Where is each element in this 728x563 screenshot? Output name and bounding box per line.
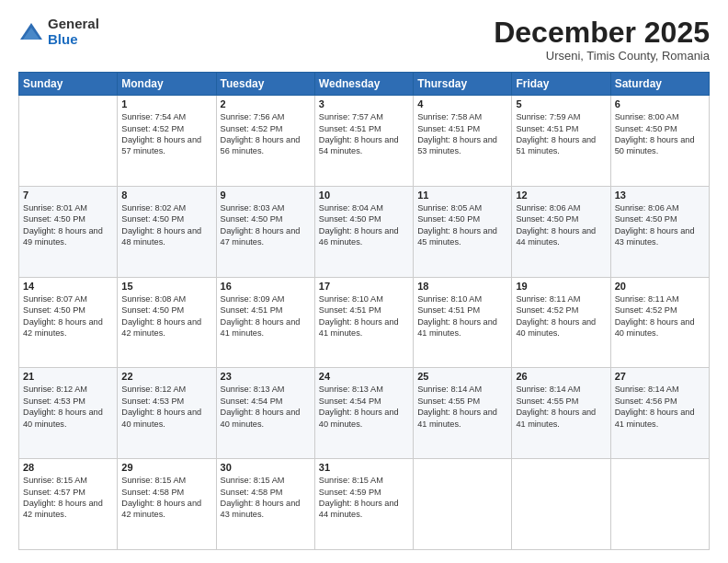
cell-info: Sunrise: 7:59 AMSunset: 4:51 PMDaylight:… xyxy=(516,111,606,157)
cell-info: Sunrise: 8:14 AMSunset: 4:55 PMDaylight:… xyxy=(516,384,606,430)
calendar-cell: 12Sunrise: 8:06 AMSunset: 4:50 PMDayligh… xyxy=(512,186,610,277)
location-subtitle: Urseni, Timis County, Romania xyxy=(494,49,710,63)
cell-info: Sunrise: 8:12 AMSunset: 4:53 PMDaylight:… xyxy=(121,384,211,430)
day-number: 6 xyxy=(615,98,705,109)
day-number: 29 xyxy=(121,462,211,473)
day-number: 10 xyxy=(319,190,409,201)
cell-info: Sunrise: 7:54 AMSunset: 4:52 PMDaylight:… xyxy=(121,111,211,157)
day-number: 30 xyxy=(221,462,311,473)
week-row-4: 21Sunrise: 8:12 AMSunset: 4:53 PMDayligh… xyxy=(19,368,710,459)
calendar-cell xyxy=(19,96,118,187)
logo: General Blue xyxy=(18,17,99,47)
calendar-cell: 30Sunrise: 8:15 AMSunset: 4:58 PMDayligh… xyxy=(216,459,314,550)
day-number: 8 xyxy=(121,190,211,201)
day-number: 31 xyxy=(319,462,409,473)
calendar-cell: 6Sunrise: 8:00 AMSunset: 4:50 PMDaylight… xyxy=(610,96,709,187)
calendar-cell: 29Sunrise: 8:15 AMSunset: 4:58 PMDayligh… xyxy=(118,459,216,550)
calendar-cell: 15Sunrise: 8:08 AMSunset: 4:50 PMDayligh… xyxy=(118,277,216,368)
day-number: 4 xyxy=(417,98,507,109)
weekday-header-row: SundayMondayTuesdayWednesdayThursdayFrid… xyxy=(19,73,710,96)
calendar-cell: 28Sunrise: 8:15 AMSunset: 4:57 PMDayligh… xyxy=(19,459,118,550)
calendar-cell: 7Sunrise: 8:01 AMSunset: 4:50 PMDaylight… xyxy=(19,186,118,277)
calendar-cell: 16Sunrise: 8:09 AMSunset: 4:51 PMDayligh… xyxy=(216,277,314,368)
week-row-1: 1Sunrise: 7:54 AMSunset: 4:52 PMDaylight… xyxy=(19,96,710,187)
calendar-cell xyxy=(414,459,512,550)
calendar-cell: 24Sunrise: 8:13 AMSunset: 4:54 PMDayligh… xyxy=(314,368,413,459)
weekday-header-friday: Friday xyxy=(512,73,610,96)
day-number: 25 xyxy=(417,371,507,382)
calendar-cell: 21Sunrise: 8:12 AMSunset: 4:53 PMDayligh… xyxy=(19,368,118,459)
calendar-cell: 23Sunrise: 8:13 AMSunset: 4:54 PMDayligh… xyxy=(216,368,314,459)
day-number: 23 xyxy=(221,371,311,382)
cell-info: Sunrise: 8:13 AMSunset: 4:54 PMDaylight:… xyxy=(221,384,311,430)
calendar-cell: 18Sunrise: 8:10 AMSunset: 4:51 PMDayligh… xyxy=(414,277,512,368)
cell-info: Sunrise: 7:57 AMSunset: 4:51 PMDaylight:… xyxy=(319,111,409,157)
calendar-cell: 8Sunrise: 8:02 AMSunset: 4:50 PMDaylight… xyxy=(118,186,216,277)
cell-info: Sunrise: 8:15 AMSunset: 4:58 PMDaylight:… xyxy=(121,475,211,521)
calendar-cell: 2Sunrise: 7:56 AMSunset: 4:52 PMDaylight… xyxy=(216,96,314,187)
weekday-header-wednesday: Wednesday xyxy=(314,73,413,96)
calendar-cell: 11Sunrise: 8:05 AMSunset: 4:50 PMDayligh… xyxy=(414,186,512,277)
calendar-cell xyxy=(610,459,709,550)
title-block: December 2025 Urseni, Timis County, Roma… xyxy=(494,17,710,63)
cell-info: Sunrise: 8:14 AMSunset: 4:55 PMDaylight:… xyxy=(417,384,507,430)
day-number: 14 xyxy=(23,281,113,292)
day-number: 24 xyxy=(319,371,409,382)
day-number: 3 xyxy=(319,98,409,109)
cell-info: Sunrise: 8:10 AMSunset: 4:51 PMDaylight:… xyxy=(319,293,409,339)
weekday-header-thursday: Thursday xyxy=(414,73,512,96)
calendar-cell: 31Sunrise: 8:15 AMSunset: 4:59 PMDayligh… xyxy=(314,459,413,550)
weekday-header-saturday: Saturday xyxy=(610,73,709,96)
cell-info: Sunrise: 8:10 AMSunset: 4:51 PMDaylight:… xyxy=(417,293,507,339)
day-number: 9 xyxy=(221,190,311,201)
calendar-cell: 20Sunrise: 8:11 AMSunset: 4:52 PMDayligh… xyxy=(610,277,709,368)
cell-info: Sunrise: 8:15 AMSunset: 4:59 PMDaylight:… xyxy=(319,475,409,521)
day-number: 21 xyxy=(23,371,113,382)
calendar-cell: 10Sunrise: 8:04 AMSunset: 4:50 PMDayligh… xyxy=(314,186,413,277)
day-number: 22 xyxy=(121,371,211,382)
logo-text: General Blue xyxy=(48,17,99,47)
calendar-cell: 3Sunrise: 7:57 AMSunset: 4:51 PMDaylight… xyxy=(314,96,413,187)
calendar-cell: 1Sunrise: 7:54 AMSunset: 4:52 PMDaylight… xyxy=(118,96,216,187)
cell-info: Sunrise: 8:06 AMSunset: 4:50 PMDaylight:… xyxy=(615,202,705,248)
week-row-2: 7Sunrise: 8:01 AMSunset: 4:50 PMDaylight… xyxy=(19,186,710,277)
cell-info: Sunrise: 8:15 AMSunset: 4:57 PMDaylight:… xyxy=(23,475,113,521)
cell-info: Sunrise: 8:01 AMSunset: 4:50 PMDaylight:… xyxy=(23,202,113,248)
day-number: 13 xyxy=(615,190,705,201)
weekday-header-tuesday: Tuesday xyxy=(216,73,314,96)
cell-info: Sunrise: 8:13 AMSunset: 4:54 PMDaylight:… xyxy=(319,384,409,430)
calendar-cell: 9Sunrise: 8:03 AMSunset: 4:50 PMDaylight… xyxy=(216,186,314,277)
day-number: 12 xyxy=(516,190,606,201)
cell-info: Sunrise: 8:08 AMSunset: 4:50 PMDaylight:… xyxy=(121,293,211,339)
calendar-cell: 17Sunrise: 8:10 AMSunset: 4:51 PMDayligh… xyxy=(314,277,413,368)
cell-info: Sunrise: 8:11 AMSunset: 4:52 PMDaylight:… xyxy=(516,293,606,339)
cell-info: Sunrise: 7:56 AMSunset: 4:52 PMDaylight:… xyxy=(221,111,311,157)
cell-info: Sunrise: 8:04 AMSunset: 4:50 PMDaylight:… xyxy=(319,202,409,248)
day-number: 18 xyxy=(417,281,507,292)
cell-info: Sunrise: 8:05 AMSunset: 4:50 PMDaylight:… xyxy=(417,202,507,248)
day-number: 19 xyxy=(516,281,606,292)
calendar-cell: 5Sunrise: 7:59 AMSunset: 4:51 PMDaylight… xyxy=(512,96,610,187)
cell-info: Sunrise: 8:06 AMSunset: 4:50 PMDaylight:… xyxy=(516,202,606,248)
calendar-cell: 25Sunrise: 8:14 AMSunset: 4:55 PMDayligh… xyxy=(414,368,512,459)
cell-info: Sunrise: 8:02 AMSunset: 4:50 PMDaylight:… xyxy=(121,202,211,248)
day-number: 20 xyxy=(615,281,705,292)
day-number: 7 xyxy=(23,190,113,201)
calendar-table: SundayMondayTuesdayWednesdayThursdayFrid… xyxy=(18,72,710,550)
page: General Blue December 2025 Urseni, Timis… xyxy=(0,0,728,563)
day-number: 15 xyxy=(121,281,211,292)
cell-info: Sunrise: 8:12 AMSunset: 4:53 PMDaylight:… xyxy=(23,384,113,430)
cell-info: Sunrise: 8:00 AMSunset: 4:50 PMDaylight:… xyxy=(615,111,705,157)
calendar-cell: 14Sunrise: 8:07 AMSunset: 4:50 PMDayligh… xyxy=(19,277,118,368)
header: General Blue December 2025 Urseni, Timis… xyxy=(18,17,710,63)
logo-blue: Blue xyxy=(48,32,99,48)
day-number: 27 xyxy=(615,371,705,382)
weekday-header-sunday: Sunday xyxy=(19,73,118,96)
cell-info: Sunrise: 8:14 AMSunset: 4:56 PMDaylight:… xyxy=(615,384,705,430)
day-number: 17 xyxy=(319,281,409,292)
day-number: 28 xyxy=(23,462,113,473)
logo-icon xyxy=(18,19,44,45)
cell-info: Sunrise: 7:58 AMSunset: 4:51 PMDaylight:… xyxy=(417,111,507,157)
calendar-cell: 22Sunrise: 8:12 AMSunset: 4:53 PMDayligh… xyxy=(118,368,216,459)
logo-general: General xyxy=(48,17,99,32)
